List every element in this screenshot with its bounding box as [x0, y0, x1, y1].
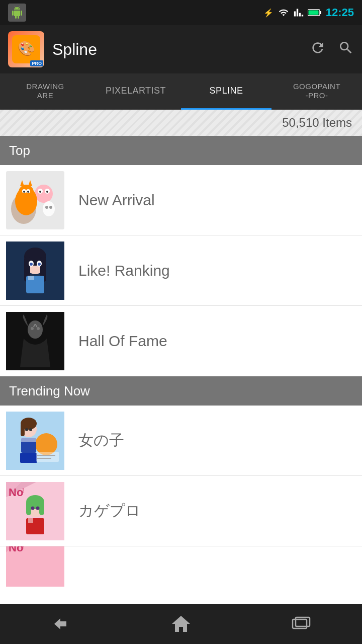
svg-rect-1	[320, 11, 321, 14]
thumbnail-like-ranking	[6, 242, 64, 300]
wifi-icon	[278, 8, 290, 18]
refresh-button[interactable]	[310, 40, 326, 59]
svg-rect-33	[28, 276, 34, 280]
svg-text:!: !	[22, 546, 24, 550]
svg-rect-48	[36, 452, 59, 462]
svg-rect-61	[28, 518, 33, 523]
svg-point-31	[38, 263, 41, 266]
section-header-trending: Trending Now	[0, 376, 362, 406]
signal-icon	[294, 8, 304, 18]
svg-rect-44	[21, 438, 36, 442]
list-item-hall-of-fame[interactable]: Hall Of Fame	[0, 306, 362, 376]
section-header-top: Top	[0, 136, 362, 165]
svg-point-18	[23, 191, 25, 193]
svg-point-20	[43, 201, 55, 216]
tab-drawing-ware[interactable]: DRAWINGARE	[0, 73, 90, 110]
svg-marker-65	[172, 616, 190, 632]
app-bar: 🎨 PRO Spline	[0, 25, 362, 73]
svg-rect-2	[308, 11, 318, 15]
list-item-hall-of-fame-label: Hall Of Fame	[78, 333, 167, 350]
svg-point-21	[45, 206, 48, 209]
tab-spline[interactable]: SPLINE	[181, 73, 272, 110]
svg-point-36	[31, 327, 34, 330]
list-item-like-ranking-label: Like! Ranking	[78, 262, 170, 279]
list-item-kagepro-label: カゲプロ	[78, 501, 141, 521]
svg-point-46	[29, 428, 32, 431]
thumbnail-girl	[6, 412, 64, 470]
list-item-girl-label: 女の子	[78, 430, 124, 451]
svg-rect-57	[39, 501, 44, 515]
list-item-girl[interactable]: 女の子	[0, 406, 362, 476]
svg-point-58	[31, 506, 35, 510]
thumbnail-partial: No !	[6, 546, 64, 587]
app-logo-badge: PRO	[30, 60, 43, 66]
svg-rect-66	[293, 619, 307, 628]
svg-text:🎨: 🎨	[18, 40, 35, 57]
app-title: Spline	[52, 40, 302, 59]
item-count-bar: 50,510 Items	[0, 110, 362, 136]
section-header-top-label: Top	[9, 143, 30, 158]
svg-rect-47	[20, 453, 37, 463]
svg-rect-67	[296, 617, 310, 626]
svg-rect-42	[21, 424, 25, 436]
home-button[interactable]	[161, 609, 201, 639]
svg-point-37	[37, 327, 40, 330]
svg-text:No: No	[9, 546, 23, 554]
svg-rect-56	[26, 501, 31, 515]
status-bar-right: ⚡ 12:25	[263, 6, 354, 19]
thumbnail-kagepro: No !	[6, 482, 64, 540]
svg-point-22	[49, 206, 52, 209]
recent-button[interactable]	[282, 609, 322, 639]
svg-point-59	[36, 506, 40, 510]
status-time: 12:25	[326, 6, 354, 19]
svg-text:!: !	[22, 487, 24, 495]
back-button[interactable]	[40, 609, 80, 639]
thumbnail-new-arrival	[6, 171, 64, 229]
tabs-bar: DRAWINGARE PIXELARTIST SPLINE GOGOPAINT-…	[0, 73, 362, 110]
thumbnail-hall-of-fame	[6, 312, 64, 370]
bottom-nav	[0, 604, 362, 644]
bluetooth-icon: ⚡	[263, 8, 274, 18]
svg-text:No: No	[9, 486, 23, 499]
search-button[interactable]	[338, 40, 354, 59]
svg-point-13	[19, 185, 34, 200]
svg-point-11	[46, 191, 48, 193]
list-item-new-arrival[interactable]: New Arrival	[0, 165, 362, 235]
status-bar-left	[8, 4, 26, 22]
app-logo: 🎨 PRO	[8, 31, 44, 67]
svg-point-45	[25, 428, 28, 431]
status-bar: ⚡ 12:25	[0, 0, 362, 25]
android-icon	[8, 4, 26, 22]
item-count: 50,510 Items	[282, 116, 352, 130]
svg-point-19	[27, 191, 29, 193]
app-bar-icons	[310, 40, 354, 59]
list-item-new-arrival-label: New Arrival	[78, 192, 155, 209]
svg-point-35	[28, 320, 43, 339]
svg-point-10	[39, 191, 41, 193]
svg-point-30	[30, 263, 33, 266]
battery-icon	[308, 8, 322, 18]
tab-pixelartist[interactable]: PIXELARTIST	[90, 73, 181, 110]
svg-point-7	[35, 185, 53, 203]
list-item-partial[interactable]: No !	[0, 546, 362, 587]
section-header-trending-label: Trending Now	[9, 383, 90, 399]
tab-gogopaint[interactable]: GOGOPAINT-PRO-	[272, 73, 362, 110]
list-item-like-ranking[interactable]: Like! Ranking	[0, 235, 362, 306]
list-item-kagepro[interactable]: No ! カゲプロ	[0, 476, 362, 546]
